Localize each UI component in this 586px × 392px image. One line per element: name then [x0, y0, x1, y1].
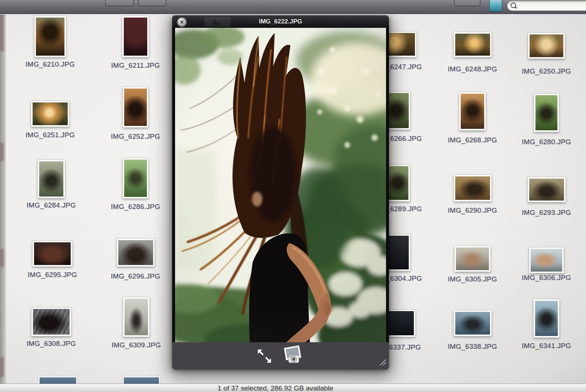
file-thumbnail: [454, 32, 492, 57]
quicklook-title: IMG_6222.JPG: [172, 18, 389, 25]
file-thumbnail: [459, 92, 486, 130]
file-item[interactable]: IMG_6305.JPG: [440, 246, 505, 273]
file-item[interactable]: IMG_6251.JPG: [17, 101, 83, 128]
toolbar-button-partial[interactable]: [454, 0, 481, 7]
resize-grip[interactable]: [379, 358, 387, 367]
file-label: IMG_6290.JPG: [440, 206, 505, 214]
file-thumbnail: [122, 16, 149, 57]
file-label: IMG_6248.JPG: [440, 65, 505, 73]
file-item[interactable]: IMG_6268.JPG: [440, 92, 505, 132]
file-item[interactable]: IMG_6338.JPG: [440, 310, 505, 337]
file-label: IMG_6286.JPG: [103, 203, 168, 211]
fullscreen-button[interactable]: [256, 347, 273, 366]
file-thumbnail: [34, 16, 66, 57]
file-thumbnail: [31, 307, 71, 336]
file-item[interactable]: IMG_6296.JPG: [103, 239, 168, 268]
quicklook-titlebar[interactable]: ✕ IMG_6222.JPG: [172, 15, 389, 28]
file-thumbnail: [528, 33, 565, 59]
quicklook-toolbar: [172, 342, 389, 370]
file-label: IMG_6210.JPG: [17, 60, 83, 68]
file-thumbnail: [123, 87, 148, 127]
file-item[interactable]: IMG_6286.JPG: [103, 158, 168, 200]
toolbar-accent-button[interactable]: [489, 0, 502, 11]
file-thumbnail: [38, 160, 65, 198]
file-label: IMG_6252.JPG: [103, 132, 168, 141]
file-label: IMG_6250.JPG: [513, 67, 579, 75]
fullscreen-arrows-icon: [256, 347, 273, 365]
file-label: IMG_6338.JPG: [440, 343, 505, 351]
add-to-iphoto-button[interactable]: [281, 345, 303, 368]
file-item[interactable]: IMG_6295.JPG: [19, 241, 85, 268]
file-thumbnail: [33, 241, 72, 266]
file-label: IMG_6305.JPG: [440, 275, 505, 283]
toolbar-button-partial[interactable]: [105, 0, 134, 7]
file-label: IMG_6309.JPG: [103, 341, 169, 349]
file-thumbnail: [529, 247, 564, 273]
finder-toolbar: [0, 0, 586, 14]
file-label: IMG_6284.JPG: [18, 201, 84, 209]
file-label: IMG_6295.JPG: [19, 271, 85, 279]
file-thumbnail: [123, 297, 149, 337]
iphoto-camera-icon: [281, 345, 303, 366]
file-item[interactable]: IMG_6290.JPG: [440, 175, 505, 203]
file-thumbnail: [454, 310, 492, 336]
file-thumbnail: [534, 299, 559, 337]
file-label: IMG_6293.JPG: [513, 209, 579, 217]
file-thumbnail: [123, 158, 148, 198]
file-label: IMG_6251.JPG: [17, 131, 83, 139]
file-label: IMG_6308.JPG: [18, 340, 84, 348]
file-item[interactable]: IMG_6284.JPG: [18, 160, 84, 199]
search-input[interactable]: [518, 1, 586, 10]
file-item[interactable]: IMG_6293.JPG: [513, 177, 579, 204]
file-label: IMG_6296.JPG: [103, 272, 168, 280]
file-thumbnail: [455, 246, 490, 272]
file-item[interactable]: IMG_6280.JPG: [513, 94, 579, 133]
file-item[interactable]: IMG_6309.JPG: [103, 297, 169, 338]
preview-photo: [175, 28, 386, 342]
status-text: 1 of 37 selected, 286.92 GB available: [218, 384, 333, 392]
file-item[interactable]: IMG_6211.JPG: [103, 16, 168, 59]
toolbar-button-partial[interactable]: [138, 0, 166, 7]
status-bar: 1 of 37 selected, 286.92 GB available: [0, 384, 586, 392]
file-item[interactable]: IMG_6250.JPG: [513, 33, 579, 60]
file-thumbnail: [534, 94, 559, 132]
file-item[interactable]: IMG_6308.JPG: [18, 307, 84, 337]
file-thumbnail: [31, 101, 69, 127]
file-thumbnail: [454, 175, 492, 201]
search-field[interactable]: [507, 1, 586, 11]
resize-grip-icon: [379, 358, 387, 366]
file-label: IMG_6268.JPG: [440, 136, 505, 144]
file-item[interactable]: IMG_6252.JPG: [103, 87, 168, 129]
search-icon: [511, 3, 516, 8]
file-thumbnail: [117, 239, 155, 266]
file-item[interactable]: IMG_6210.JPG: [17, 16, 83, 59]
file-label: IMG_6341.JPG: [513, 342, 579, 350]
file-label: IMG_6280.JPG: [513, 138, 579, 146]
file-thumbnail: [528, 177, 565, 202]
file-item[interactable]: IMG_6306.JPG: [513, 247, 579, 275]
file-item[interactable]: IMG_6341.JPG: [513, 299, 579, 339]
file-label: IMG_6306.JPG: [513, 274, 579, 282]
file-item[interactable]: IMG_6248.JPG: [440, 32, 505, 59]
file-label: IMG_6211.JPG: [103, 61, 168, 70]
quicklook-window: ✕ IMG_6222.JPG: [172, 15, 389, 370]
